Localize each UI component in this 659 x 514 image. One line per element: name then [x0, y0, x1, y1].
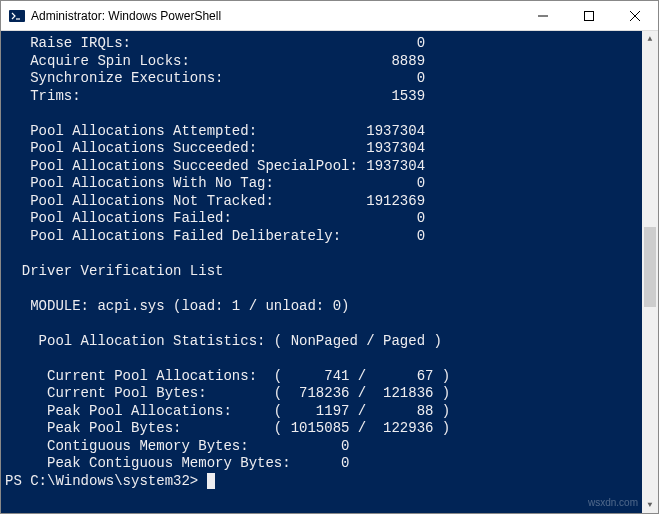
- cursor: [207, 473, 215, 489]
- titlebar[interactable]: Administrator: Windows PowerShell: [1, 1, 658, 31]
- terminal-output: Raise IRQLs: 0 Acquire Spin Locks: 8889 …: [1, 35, 658, 490]
- prompt: PS C:\Windows\system32>: [5, 473, 207, 489]
- watermark: wsxdn.com: [588, 494, 638, 512]
- scrollbar-track[interactable]: [642, 47, 658, 497]
- powershell-window: Administrator: Windows PowerShell Raise …: [0, 0, 659, 514]
- powershell-icon: [9, 8, 25, 24]
- scroll-up-arrow[interactable]: ▲: [642, 31, 658, 47]
- terminal[interactable]: Raise IRQLs: 0 Acquire Spin Locks: 8889 …: [1, 31, 658, 513]
- scrollbar-thumb[interactable]: [644, 227, 656, 307]
- close-button[interactable]: [612, 1, 658, 30]
- window-title: Administrator: Windows PowerShell: [31, 9, 520, 23]
- titlebar-buttons: [520, 1, 658, 30]
- svg-rect-0: [9, 10, 25, 22]
- svg-rect-3: [585, 11, 594, 20]
- minimize-button[interactable]: [520, 1, 566, 30]
- scrollbar[interactable]: ▲ ▼: [642, 31, 658, 513]
- scroll-down-arrow[interactable]: ▼: [642, 497, 658, 513]
- maximize-button[interactable]: [566, 1, 612, 30]
